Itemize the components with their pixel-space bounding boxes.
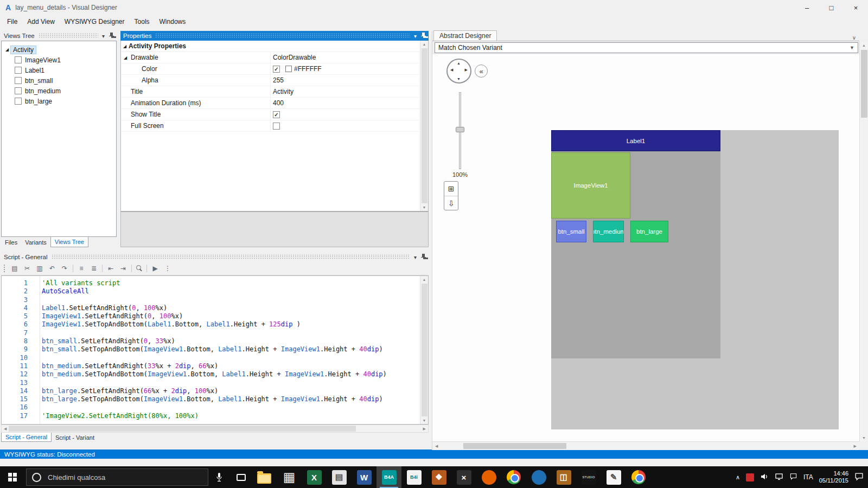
properties-scrollbar[interactable]: ▲ ▼ bbox=[420, 41, 428, 211]
adobe-tray-icon[interactable] bbox=[746, 473, 754, 481]
code-text[interactable]: 'ImageView2.SetLeftAndRight(80%x, 100%x) bbox=[35, 412, 199, 420]
code-text[interactable]: btn_small.SetLeftAndRight(0, 33%x) bbox=[35, 337, 175, 345]
tab-list-chevron-icon[interactable]: ∨ bbox=[849, 35, 859, 41]
pan-control[interactable]: ▲ ▼ ◀ ▶ bbox=[446, 59, 471, 84]
code-text[interactable] bbox=[35, 329, 42, 337]
tree-item-btn-medium[interactable]: btn_medium bbox=[4, 86, 114, 96]
file-explorer-icon[interactable] bbox=[252, 466, 277, 488]
expander-icon[interactable]: ◢ bbox=[124, 55, 131, 60]
pan-down-icon[interactable]: ▼ bbox=[457, 77, 461, 81]
zoom-slider[interactable] bbox=[456, 92, 464, 169]
calculator-icon[interactable]: ▦ bbox=[277, 466, 302, 488]
property-value[interactable]: ColorDrawable▾ bbox=[271, 52, 428, 63]
network-icon[interactable] bbox=[775, 472, 783, 483]
panel-menu-icon[interactable]: ▾ bbox=[414, 254, 417, 260]
action-center-icon[interactable] bbox=[854, 472, 864, 483]
microphone-button[interactable] bbox=[208, 466, 230, 488]
run-icon[interactable]: ▶ bbox=[151, 265, 159, 272]
code-text[interactable]: Label1.SetLeftAndRight(0, 100%x) bbox=[35, 304, 167, 312]
align2-icon[interactable]: ≣ bbox=[90, 265, 98, 272]
indent-icon[interactable]: ⇥ bbox=[119, 265, 127, 272]
checkbox[interactable] bbox=[15, 77, 22, 84]
clock[interactable]: 14:46 05/11/2015 bbox=[819, 470, 848, 484]
cut-icon[interactable]: ✂ bbox=[23, 265, 31, 272]
tab-variants[interactable]: Variants bbox=[21, 237, 50, 247]
export-button[interactable]: ⇩ bbox=[444, 196, 458, 210]
tab-abstract-designer[interactable]: Abstract Designer bbox=[433, 30, 497, 41]
code-text[interactable]: btn_large.SetTopAndBottom(ImageView1.Bot… bbox=[35, 395, 383, 403]
tools-icon[interactable]: × bbox=[451, 466, 476, 488]
code-text[interactable] bbox=[35, 354, 42, 362]
redo-icon[interactable]: ↷ bbox=[60, 265, 69, 272]
thunderbird-icon[interactable] bbox=[526, 466, 551, 488]
tab-script-variant[interactable]: Script - Variant bbox=[52, 433, 98, 442]
designer-hscrollbar[interactable]: ◀ ▶ bbox=[432, 441, 859, 450]
expander-icon[interactable]: ◢ bbox=[4, 47, 10, 52]
taskbar-search[interactable]: Chiedimi qualcosa bbox=[26, 468, 208, 486]
tab-script-general[interactable]: Script - General bbox=[1, 433, 52, 442]
task-view-button[interactable] bbox=[230, 466, 252, 488]
zoom-slider-thumb[interactable] bbox=[456, 127, 464, 132]
property-value[interactable]: 255 bbox=[271, 75, 428, 86]
code-text[interactable]: ImageView1.SetLeftAndRight(0, 100%x) bbox=[35, 312, 183, 320]
tray-chevron-up-icon[interactable]: ∧ bbox=[736, 474, 740, 481]
scroll-down-icon[interactable]: ▼ bbox=[423, 204, 426, 211]
scroll-left-icon[interactable]: ◀ bbox=[432, 444, 441, 448]
property-group-header[interactable]: ◢ Activity Properties bbox=[121, 41, 428, 52]
undo-icon[interactable]: ↶ bbox=[48, 265, 56, 272]
pin-icon[interactable] bbox=[421, 33, 426, 39]
code-text[interactable] bbox=[35, 379, 42, 387]
scroll-right-icon[interactable]: ▶ bbox=[851, 444, 859, 448]
code-text[interactable]: btn_medium.SetTopAndBottom(ImageView1.Bo… bbox=[35, 370, 387, 378]
scroll-up-icon[interactable]: ▲ bbox=[862, 42, 866, 49]
property-value[interactable]: ✓#FFFFFF bbox=[271, 63, 428, 74]
pan-up-icon[interactable]: ▲ bbox=[457, 61, 461, 65]
designer-widget-btn-medium[interactable]: btn_medium bbox=[593, 221, 624, 242]
checkbox[interactable] bbox=[15, 56, 22, 63]
scroll-thumb[interactable] bbox=[422, 284, 427, 416]
tree-item-activity[interactable]: ◢ Activity bbox=[4, 44, 114, 55]
firefox-icon[interactable] bbox=[476, 466, 501, 488]
checkbox[interactable] bbox=[15, 98, 22, 105]
panel-menu-icon[interactable]: ▾ bbox=[414, 33, 417, 39]
tree-item-btn-small[interactable]: btn_small bbox=[4, 75, 114, 86]
code-text[interactable]: AutoScaleAll bbox=[35, 287, 89, 296]
package-icon[interactable]: ◫ bbox=[551, 466, 576, 488]
code-text[interactable]: btn_large.SetLeftAndRight(66%x + 2dip, 1… bbox=[35, 387, 218, 395]
code-lines[interactable]: 1'All variants script2AutoScaleAll34Labe… bbox=[2, 279, 419, 420]
grid-button[interactable]: ⊞ bbox=[444, 182, 458, 196]
checkbox[interactable] bbox=[15, 87, 22, 94]
scroll-down-icon[interactable]: ▼ bbox=[862, 434, 866, 441]
scroll-left-icon[interactable]: ◀ bbox=[2, 427, 9, 431]
menu-windows[interactable]: Windows bbox=[155, 16, 191, 27]
notification-tray-icon[interactable] bbox=[789, 472, 797, 482]
volume-icon[interactable] bbox=[760, 472, 769, 483]
editor-icon[interactable]: ✎ bbox=[601, 466, 626, 488]
designer-widget-btn-large[interactable]: btn_large bbox=[630, 221, 668, 242]
code-text[interactable] bbox=[35, 403, 42, 412]
pin-icon[interactable] bbox=[109, 33, 114, 39]
menu-add-view[interactable]: Add View bbox=[22, 16, 59, 27]
checkbox[interactable] bbox=[273, 123, 280, 130]
code-text[interactable]: btn_medium.SetLeftAndRight(33%x + 2dip, … bbox=[35, 362, 218, 370]
tab-files[interactable]: Files bbox=[1, 237, 21, 247]
property-value[interactable]: ✓ bbox=[271, 109, 428, 120]
find-icon[interactable] bbox=[136, 265, 143, 272]
tab-views-tree[interactable]: Views Tree bbox=[50, 237, 88, 247]
collapse-toolbox-button[interactable]: « bbox=[475, 65, 488, 78]
scroll-thumb[interactable] bbox=[861, 50, 867, 118]
chrome-icon[interactable] bbox=[501, 466, 526, 488]
checkbox[interactable] bbox=[15, 67, 22, 74]
paste-icon[interactable]: ▥ bbox=[35, 265, 44, 272]
property-value[interactable] bbox=[271, 120, 428, 131]
b4a-icon[interactable]: B4A bbox=[376, 466, 401, 488]
code-text[interactable] bbox=[35, 296, 42, 304]
tree-item-btn-large[interactable]: btn_large bbox=[4, 96, 114, 106]
menu-tools[interactable]: Tools bbox=[130, 16, 155, 27]
start-button[interactable] bbox=[0, 466, 25, 488]
code-text[interactable]: 'All variants script bbox=[35, 279, 120, 287]
expander-icon[interactable]: ◢ bbox=[121, 44, 129, 49]
outdent-icon[interactable]: ⇤ bbox=[106, 265, 115, 272]
word-icon[interactable]: W bbox=[352, 466, 376, 488]
designer-canvas[interactable]: ▲ ▼ ◀ ▶ « 100% ⊞ ⇩ Label1ImageView1btn_s… bbox=[432, 54, 859, 441]
